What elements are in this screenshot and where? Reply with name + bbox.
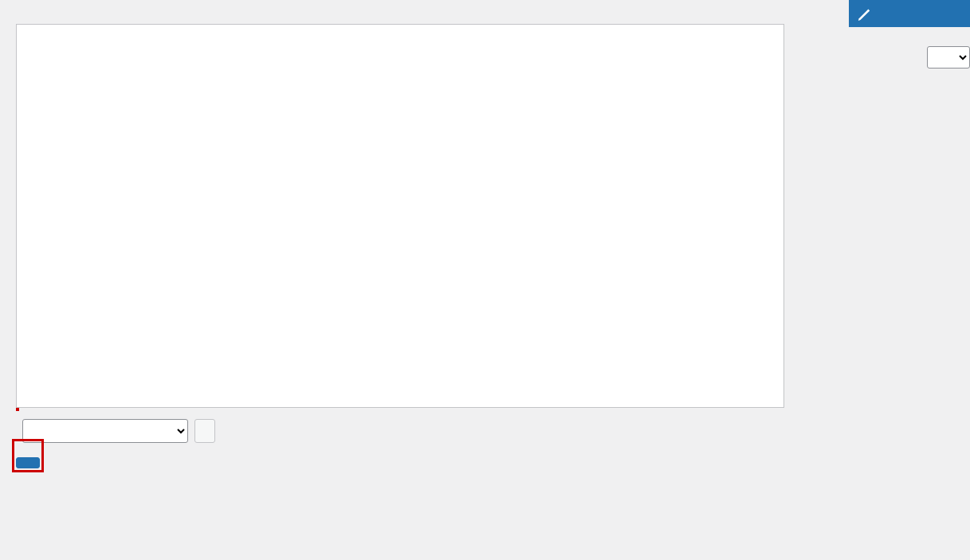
appearance-header[interactable]: [849, 0, 970, 27]
highlight-box: [16, 408, 19, 411]
code-editor[interactable]: [16, 24, 784, 408]
update-file-button[interactable]: [16, 457, 40, 468]
theme-select[interactable]: [927, 46, 970, 69]
theme-selector-row: [922, 46, 970, 69]
appearance-menu: [849, 0, 970, 27]
lookup-button[interactable]: [194, 419, 215, 443]
appearance-icon: [857, 6, 871, 21]
documentation-select[interactable]: [22, 419, 188, 443]
